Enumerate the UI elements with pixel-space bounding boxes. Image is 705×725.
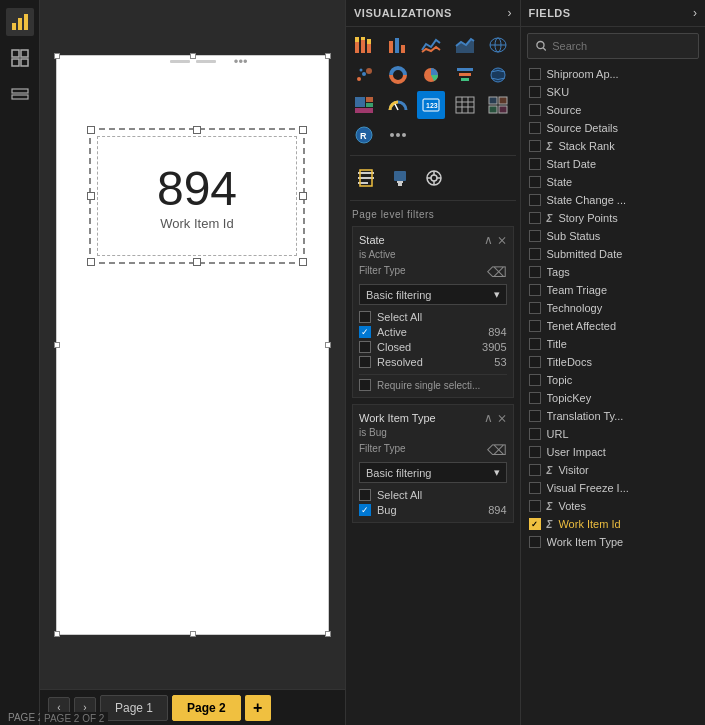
field-work-item-id[interactable]: Σ Work Item Id <box>525 515 701 533</box>
field-checkbox-topickey[interactable] <box>529 392 541 404</box>
field-checkbox-start-date[interactable] <box>529 158 541 170</box>
state-filter-chevron[interactable]: ∧ <box>484 233 493 247</box>
field-topickey[interactable]: TopicKey <box>525 389 701 407</box>
add-page-button[interactable]: + <box>245 695 271 721</box>
select-all-2-checkbox[interactable] <box>359 489 371 501</box>
active-checkbox[interactable] <box>359 326 371 338</box>
field-state[interactable]: State <box>525 173 701 191</box>
work-item-type-filter-chevron[interactable]: ∧ <box>484 411 493 425</box>
work-item-type-erase[interactable]: ⌫ <box>487 442 507 458</box>
field-checkbox-source-details[interactable] <box>529 122 541 134</box>
state-filter-type-select[interactable]: Basic filtering ▾ <box>359 284 507 305</box>
canvas-container[interactable]: ••• 894 Work Item Id <box>40 0 345 689</box>
filter-item-active[interactable]: Active 894 <box>359 326 507 338</box>
field-technology[interactable]: Technology <box>525 299 701 317</box>
viz-icon-map[interactable] <box>484 31 512 59</box>
field-titledocs[interactable]: TitleDocs <box>525 353 701 371</box>
field-source-details[interactable]: Source Details <box>525 119 701 137</box>
field-submitted-date[interactable]: Submitted Date <box>525 245 701 263</box>
closed-checkbox[interactable] <box>359 341 371 353</box>
field-checkbox-titledocs[interactable] <box>529 356 541 368</box>
viz-icon-matrix[interactable] <box>484 91 512 119</box>
field-votes[interactable]: Σ Votes <box>525 497 701 515</box>
field-checkbox-state[interactable] <box>529 176 541 188</box>
field-translation-ty[interactable]: Translation Ty... <box>525 407 701 425</box>
viz-icon-area[interactable] <box>451 31 479 59</box>
viz-panel-arrow[interactable]: › <box>508 6 512 20</box>
viz-icon-globe[interactable] <box>484 61 512 89</box>
field-checkbox-sku[interactable] <box>529 86 541 98</box>
card-widget[interactable]: 894 Work Item Id <box>97 136 297 256</box>
field-checkbox-user-impact[interactable] <box>529 446 541 458</box>
filter-item-select-all[interactable]: Select All <box>359 311 507 323</box>
field-checkbox-state-change[interactable] <box>529 194 541 206</box>
viz-icon-line[interactable] <box>417 31 445 59</box>
fields-search-input[interactable] <box>552 40 690 52</box>
viz-icon-card[interactable]: 123 <box>417 91 445 119</box>
field-sub-status[interactable]: Sub Status <box>525 227 701 245</box>
field-work-item-type[interactable]: Work Item Type <box>525 533 701 551</box>
filter-item-closed[interactable]: Closed 3905 <box>359 341 507 353</box>
field-checkbox-sub-status[interactable] <box>529 230 541 242</box>
field-visual-freeze[interactable]: Visual Freeze I... <box>525 479 701 497</box>
field-source[interactable]: Source <box>525 101 701 119</box>
viz-icon-funnel[interactable] <box>451 61 479 89</box>
resolved-checkbox[interactable] <box>359 356 371 368</box>
field-checkbox-technology[interactable] <box>529 302 541 314</box>
field-checkbox-url[interactable] <box>529 428 541 440</box>
field-checkbox-title[interactable] <box>529 338 541 350</box>
field-url[interactable]: URL <box>525 425 701 443</box>
field-stack-rank[interactable]: Σ Stack Rank <box>525 137 701 155</box>
viz-icon-pie[interactable] <box>417 61 445 89</box>
field-story-points[interactable]: Σ Story Points <box>525 209 701 227</box>
field-checkbox-work-item-id[interactable] <box>529 518 541 530</box>
field-checkbox-topic[interactable] <box>529 374 541 386</box>
viz-icon-donut[interactable] <box>384 61 412 89</box>
viz-icon-bar[interactable] <box>384 31 412 59</box>
filter-item-bug[interactable]: Bug 894 <box>359 504 507 516</box>
analytics-icon[interactable] <box>418 162 450 194</box>
field-checkbox-submitted-date[interactable] <box>529 248 541 260</box>
field-checkbox-work-item-type[interactable] <box>529 536 541 548</box>
fields-panel-arrow[interactable]: › <box>693 6 697 20</box>
field-checkbox-votes[interactable] <box>529 500 541 512</box>
field-checkbox-tenet-affected[interactable] <box>529 320 541 332</box>
filter-item-resolved[interactable]: Resolved 53 <box>359 356 507 368</box>
field-checkbox-shiproom[interactable] <box>529 68 541 80</box>
bug-checkbox[interactable] <box>359 504 371 516</box>
field-team-triage[interactable]: Team Triage <box>525 281 701 299</box>
viz-icon-gauge[interactable] <box>384 91 412 119</box>
field-tenet-affected[interactable]: Tenet Affected <box>525 317 701 335</box>
field-sku[interactable]: SKU <box>525 83 701 101</box>
field-start-date[interactable]: Start Date <box>525 155 701 173</box>
filter-item-select-all-2[interactable]: Select All <box>359 489 507 501</box>
field-checkbox-tags[interactable] <box>529 266 541 278</box>
field-checkbox-visitor[interactable] <box>529 464 541 476</box>
viz-icon-more[interactable] <box>384 121 412 149</box>
field-checkbox-visual-freeze[interactable] <box>529 482 541 494</box>
field-shiproom[interactable]: Shiproom Ap... <box>525 65 701 83</box>
viz-icon-table[interactable] <box>451 91 479 119</box>
field-user-impact[interactable]: User Impact <box>525 443 701 461</box>
viz-icon-r-script[interactable]: R <box>350 121 378 149</box>
field-checkbox-translation-ty[interactable] <box>529 410 541 422</box>
viz-icon-stacked-bar[interactable] <box>350 31 378 59</box>
work-item-type-select[interactable]: Basic filtering ▾ <box>359 462 507 483</box>
layers-sidebar-icon[interactable] <box>6 80 34 108</box>
format-icon[interactable] <box>350 162 382 194</box>
grid-sidebar-icon[interactable] <box>6 44 34 72</box>
field-checkbox-source[interactable] <box>529 104 541 116</box>
bar-chart-sidebar-icon[interactable] <box>6 8 34 36</box>
page-2-tab[interactable]: Page 2 <box>172 695 241 721</box>
field-checkbox-team-triage[interactable] <box>529 284 541 296</box>
field-state-change[interactable]: State Change ... <box>525 191 701 209</box>
field-title[interactable]: Title <box>525 335 701 353</box>
state-filter-erase[interactable]: ⌫ <box>487 264 507 280</box>
require-single-checkbox[interactable] <box>359 379 371 391</box>
field-checkbox-stack-rank[interactable] <box>529 140 541 152</box>
viz-icon-treemap[interactable] <box>350 91 378 119</box>
field-visitor[interactable]: Σ Visitor <box>525 461 701 479</box>
state-filter-clear[interactable]: ⨯ <box>497 233 507 247</box>
work-item-type-filter-clear[interactable]: ⨯ <box>497 411 507 425</box>
viz-icon-scatter[interactable] <box>350 61 378 89</box>
